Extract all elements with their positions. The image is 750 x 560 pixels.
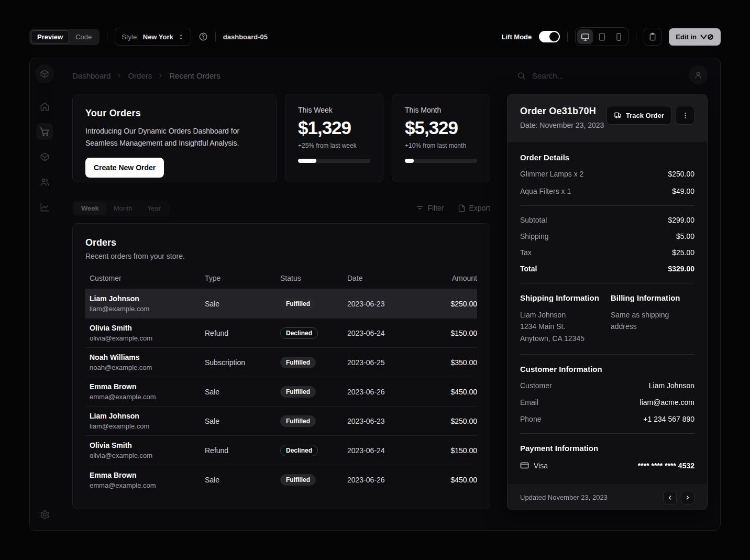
- truck-icon: [614, 111, 622, 119]
- preview-tab[interactable]: Preview: [31, 30, 69, 43]
- order-detail-panel: Order Oe31b70H Date: November 23, 2023 T…: [507, 94, 708, 510]
- billing-address: Same as shipping address: [611, 309, 694, 333]
- filter-icon: [416, 204, 424, 212]
- edit-in-v0-button[interactable]: Edit in: [669, 28, 721, 46]
- orders-table-title: Orders: [85, 237, 477, 248]
- line-chart-icon: [40, 202, 50, 212]
- table-row[interactable]: Emma Brownemma@example.com Sale Fulfille…: [85, 465, 477, 495]
- customer-email: liam@example.com: [85, 305, 205, 313]
- column-header-date: Date: [347, 274, 426, 282]
- shipping-info-title: Shipping Information: [520, 293, 611, 302]
- address-line: 1234 Main St.: [520, 321, 611, 332]
- order-type: Sale: [205, 476, 280, 484]
- chevron-right-icon: [157, 72, 164, 79]
- stat-week-value: $1,329: [298, 117, 370, 138]
- sidebar-item-products[interactable]: [36, 148, 53, 165]
- copy-clipboard-button[interactable]: [644, 28, 661, 46]
- order-panel-header: Order Oe31b70H Date: November 23, 2023 T…: [508, 94, 707, 142]
- table-row[interactable]: Liam Johnsonliam@example.com Sale Fulfil…: [85, 289, 477, 319]
- order-line-item: Glimmer Lamps x 2$250.00: [520, 170, 694, 178]
- sidebar-item-customers[interactable]: [36, 173, 53, 190]
- tab-month[interactable]: Month: [106, 202, 140, 215]
- order-type: Sale: [205, 388, 280, 396]
- customer-name: Noah Williams: [85, 353, 205, 361]
- package-logo-icon: [40, 69, 49, 79]
- customer-name: Olivia Smith: [85, 441, 205, 449]
- file-export-icon: [458, 204, 466, 212]
- divider: [520, 205, 694, 206]
- stat-month-value: $5,329: [405, 117, 477, 138]
- lift-mode-toggle[interactable]: [539, 31, 560, 42]
- order-more-menu-button[interactable]: [676, 106, 694, 125]
- order-line-item: Aqua Filters x 1$49.00: [520, 187, 694, 195]
- edit-in-label: Edit in: [676, 33, 697, 41]
- column-header-status: Status: [280, 274, 347, 282]
- search-input[interactable]: [532, 71, 626, 80]
- tablet-view-button[interactable]: [594, 29, 610, 44]
- track-order-button[interactable]: Track Order: [606, 106, 671, 125]
- address-line: Liam Johnson: [520, 309, 611, 321]
- sidebar-item-orders[interactable]: [36, 123, 53, 140]
- dashboard-preview-frame: Dashboard Orders Recent Orders Your Orde…: [29, 58, 721, 531]
- order-date-label: Date: November 23, 2023: [520, 121, 604, 129]
- info-label: Customer: [520, 381, 552, 390]
- tab-year[interactable]: Year: [140, 202, 168, 215]
- sidebar-item-settings[interactable]: [36, 506, 53, 523]
- style-select[interactable]: Style: New York: [115, 28, 191, 46]
- sidebar-item-analytics[interactable]: [36, 199, 53, 215]
- status-badge: Fulfilled: [280, 415, 316, 427]
- device-size-group: [575, 27, 628, 46]
- total-label: Total: [520, 265, 537, 273]
- export-button[interactable]: Export: [458, 204, 490, 212]
- style-select-value: New York: [143, 33, 173, 41]
- intro-card-description: Introducing Our Dynamic Orders Dashboard…: [85, 125, 248, 149]
- customer-info-row: Phone+1 234 567 890: [520, 415, 694, 423]
- info-label: Phone: [520, 415, 541, 423]
- item-label: Aqua Filters x 1: [520, 187, 571, 195]
- stat-card-week: This Week $1,329 +25% from last week: [285, 94, 383, 182]
- status-badge: Fulfilled: [280, 298, 316, 310]
- status-badge: Fulfilled: [280, 474, 316, 486]
- help-circle-icon[interactable]: [198, 32, 208, 41]
- create-new-order-button[interactable]: Create New Order: [85, 158, 164, 178]
- intro-card: Your Orders Introducing Our Dynamic Orde…: [72, 94, 277, 182]
- sidebar: [30, 58, 59, 530]
- shipping-address: Liam Johnson 1234 Main St. Anytown, CA 1…: [520, 309, 611, 344]
- settings-gear-icon: [40, 510, 50, 520]
- table-row[interactable]: Liam Johnsonliam@example.com Sale Fulfil…: [85, 407, 477, 436]
- toolbar-divider: [107, 32, 107, 41]
- desktop-view-button[interactable]: [577, 29, 593, 44]
- order-type: Subscription: [205, 358, 280, 367]
- chevron-right-icon: [685, 495, 691, 501]
- sidebar-item-home[interactable]: [36, 98, 53, 115]
- payment-row: Visa **** **** **** 4532: [520, 461, 694, 470]
- column-header-amount: Amount: [426, 274, 477, 282]
- table-row[interactable]: Noah Williamsnoah@example.com Subscripti…: [85, 348, 477, 377]
- info-value: +1 234 567 890: [643, 415, 694, 423]
- item-price: $49.00: [672, 187, 694, 195]
- payment-info-title: Payment Information: [520, 444, 694, 453]
- table-row[interactable]: Olivia Smitholivia@example.com Refund De…: [85, 319, 477, 348]
- tab-week[interactable]: Week: [74, 202, 106, 215]
- previous-order-button[interactable]: [663, 491, 677, 504]
- user-icon: [693, 70, 703, 80]
- order-type: Refund: [205, 329, 280, 337]
- order-type: Refund: [205, 446, 280, 455]
- code-tab[interactable]: Code: [69, 30, 98, 43]
- table-row[interactable]: Olivia Smitholivia@example.com Refund De…: [85, 436, 477, 465]
- next-order-button[interactable]: [681, 491, 694, 504]
- home-icon: [40, 102, 50, 112]
- phone-view-button[interactable]: [611, 29, 626, 44]
- filter-button[interactable]: Filter: [416, 204, 444, 212]
- breadcrumb-item-orders[interactable]: Orders: [128, 71, 152, 80]
- orders-table-card: Orders Recent orders from your store. Cu…: [72, 223, 490, 509]
- payment-method-label: Visa: [534, 462, 548, 470]
- store-logo[interactable]: [35, 64, 54, 83]
- summary-label: Subtotal: [520, 216, 547, 224]
- breadcrumb-item-dashboard[interactable]: Dashboard: [72, 71, 111, 80]
- customer-email: emma@example.com: [85, 481, 205, 489]
- status-badge: Declined: [280, 445, 318, 456]
- table-row[interactable]: Emma Brownemma@example.com Sale Fulfille…: [85, 377, 477, 407]
- user-avatar[interactable]: [689, 65, 708, 84]
- toggle-thumb: [549, 32, 559, 41]
